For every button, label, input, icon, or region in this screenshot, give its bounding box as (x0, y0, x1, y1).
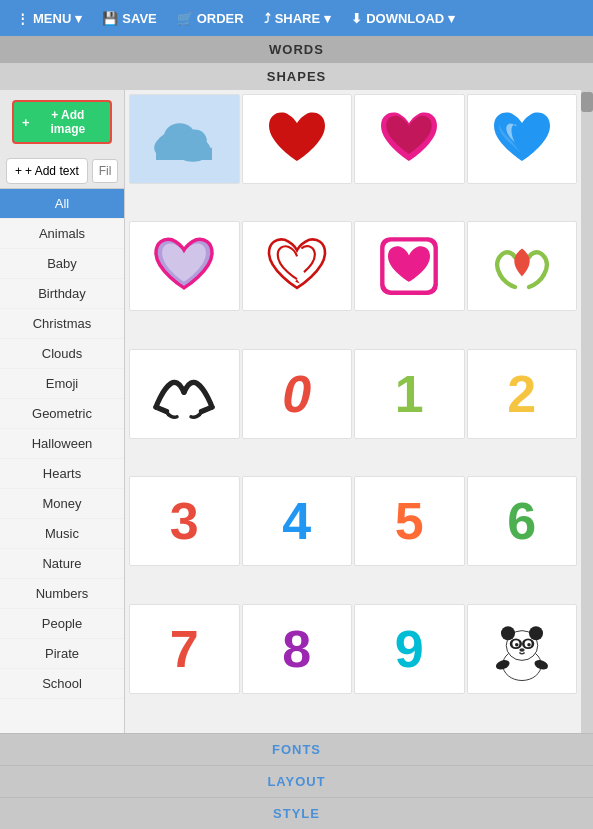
number-2-text: 2 (507, 364, 536, 424)
svg-point-17 (527, 642, 531, 646)
number-6-text: 6 (507, 491, 536, 551)
shape-cloud[interactable] (129, 94, 240, 184)
shapes-section-header[interactable]: SHAPES (0, 63, 593, 90)
save-icon: 💾 (102, 11, 118, 26)
svg-rect-5 (156, 148, 212, 160)
share-icon: ⤴ (264, 11, 271, 26)
style-section-header[interactable]: STYLE (0, 797, 593, 829)
shapes-grid: 0 1 2 3 4 5 6 7 (125, 90, 581, 733)
add-text-button[interactable]: + + Add text (6, 158, 88, 184)
shape-heart-swirl[interactable] (242, 221, 353, 311)
words-section-header[interactable]: WORDS (0, 36, 593, 63)
menu-label: MENU (33, 11, 71, 26)
shape-pink-heart[interactable] (354, 94, 465, 184)
number-9-text: 9 (395, 619, 424, 679)
category-item-nature[interactable]: Nature (0, 549, 124, 579)
shape-number-0[interactable]: 0 (242, 349, 353, 439)
download-chevron-icon: ▾ (448, 11, 455, 26)
words-label: WORDS (269, 42, 324, 57)
menu-button[interactable]: ⋮ MENU ▾ (8, 7, 90, 30)
category-item-clouds[interactable]: Clouds (0, 339, 124, 369)
shape-red-heart[interactable] (242, 94, 353, 184)
number-7-text: 7 (170, 619, 199, 679)
category-item-emoji[interactable]: Emoji (0, 369, 124, 399)
layout-label: LAYOUT (267, 774, 325, 789)
add-image-button[interactable]: + + Add image (12, 100, 112, 144)
bottom-sections: FONTS LAYOUT STYLE (0, 733, 593, 829)
download-icon: ⬇ (351, 11, 362, 26)
sidebar-actions: + + Add image (0, 90, 124, 154)
order-label: ORDER (197, 11, 244, 26)
category-list: AllAnimalsBabyBirthdayChristmasCloudsEmo… (0, 189, 124, 733)
category-item-music[interactable]: Music (0, 519, 124, 549)
share-label: SHARE (275, 11, 321, 26)
order-icon: 🛒 (177, 11, 193, 26)
add-text-label: + Add text (25, 164, 79, 178)
category-item-school[interactable]: School (0, 669, 124, 699)
content-area: 0 1 2 3 4 5 6 7 (125, 90, 581, 733)
category-item-birthday[interactable]: Birthday (0, 279, 124, 309)
shape-number-8[interactable]: 8 (242, 604, 353, 694)
category-item-all[interactable]: All (0, 189, 124, 219)
category-item-animals[interactable]: Animals (0, 219, 124, 249)
number-3-text: 3 (170, 491, 199, 551)
svg-point-10 (501, 626, 515, 640)
category-item-money[interactable]: Money (0, 489, 124, 519)
shape-number-5[interactable]: 5 (354, 476, 465, 566)
category-item-halloween[interactable]: Halloween (0, 429, 124, 459)
number-1-text: 1 (395, 364, 424, 424)
save-button[interactable]: 💾 SAVE (94, 7, 164, 30)
filter-input[interactable] (92, 159, 118, 183)
number-4-text: 4 (282, 491, 311, 551)
layout-section-header[interactable]: LAYOUT (0, 765, 593, 797)
main-area: + + Add image + + Add text AllAnimalsBab… (0, 90, 593, 733)
style-label: STYLE (273, 806, 320, 821)
share-chevron-icon: ▾ (324, 11, 331, 26)
add-image-icon: + (22, 115, 30, 130)
download-button[interactable]: ⬇ DOWNLOAD ▾ (343, 7, 463, 30)
shapes-label: SHAPES (267, 69, 326, 84)
shape-number-4[interactable]: 4 (242, 476, 353, 566)
fonts-label: FONTS (272, 742, 321, 757)
shape-number-9[interactable]: 9 (354, 604, 465, 694)
number-8-text: 8 (282, 619, 311, 679)
toolbar: ⋮ MENU ▾ 💾 SAVE 🛒 ORDER ⤴ SHARE ▾ ⬇ DOWN… (0, 0, 593, 36)
shape-number-3[interactable]: 3 (129, 476, 240, 566)
category-item-numbers[interactable]: Numbers (0, 579, 124, 609)
category-item-hearts[interactable]: Hearts (0, 459, 124, 489)
category-item-people[interactable]: People (0, 609, 124, 639)
sidebar: + + Add image + + Add text AllAnimalsBab… (0, 90, 125, 733)
scrollbar[interactable] (581, 90, 593, 733)
number-5-text: 5 (395, 491, 424, 551)
shape-hands-black[interactable] (129, 349, 240, 439)
fonts-section-header[interactable]: FONTS (0, 733, 593, 765)
shape-blue-heart[interactable] (467, 94, 578, 184)
shape-purple-heart-outline[interactable] (129, 221, 240, 311)
shape-panda[interactable] (467, 604, 578, 694)
number-0-text: 0 (282, 364, 311, 424)
svg-point-18 (519, 648, 524, 652)
svg-point-16 (515, 642, 519, 646)
order-button[interactable]: 🛒 ORDER (169, 7, 252, 30)
shape-number-6[interactable]: 6 (467, 476, 578, 566)
menu-chevron-icon: ▾ (75, 11, 82, 26)
svg-point-11 (529, 626, 543, 640)
shape-number-2[interactable]: 2 (467, 349, 578, 439)
category-item-pirate[interactable]: Pirate (0, 639, 124, 669)
add-image-label: + Add image (34, 108, 102, 136)
category-item-geometric[interactable]: Geometric (0, 399, 124, 429)
category-item-baby[interactable]: Baby (0, 249, 124, 279)
shape-heart-square[interactable] (354, 221, 465, 311)
add-text-plus-icon: + (15, 164, 22, 178)
category-item-christmas[interactable]: Christmas (0, 309, 124, 339)
shape-number-7[interactable]: 7 (129, 604, 240, 694)
download-label: DOWNLOAD (366, 11, 444, 26)
shape-hands-heart[interactable] (467, 221, 578, 311)
share-button[interactable]: ⤴ SHARE ▾ (256, 7, 340, 30)
menu-icon: ⋮ (16, 11, 29, 26)
shape-number-1[interactable]: 1 (354, 349, 465, 439)
save-label: SAVE (122, 11, 156, 26)
